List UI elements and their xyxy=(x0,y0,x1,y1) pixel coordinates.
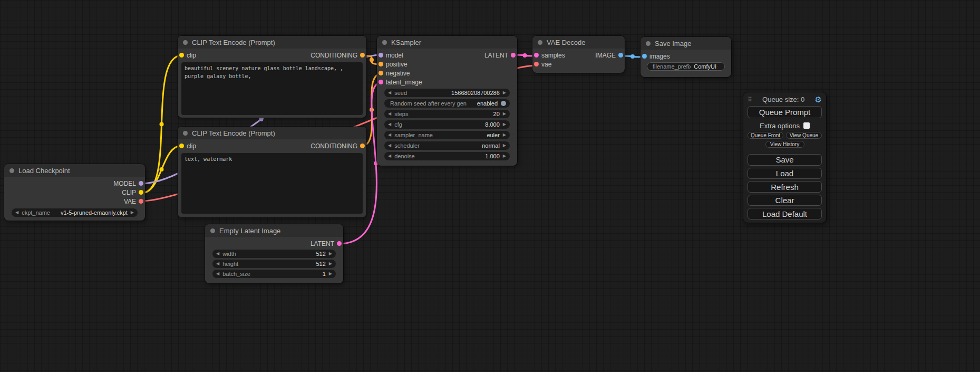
widget-value: 512 xyxy=(316,251,325,257)
clip-input-port[interactable] xyxy=(179,53,184,58)
clip-input-label: clip xyxy=(187,52,196,59)
prev-value-arrow-icon[interactable]: ◀ xyxy=(388,144,391,148)
latent-image-input-port[interactable] xyxy=(379,80,383,84)
save-button[interactable]: Save xyxy=(748,154,822,166)
image-output-port[interactable] xyxy=(618,53,623,58)
next-value-arrow-icon[interactable]: ▶ xyxy=(131,211,134,215)
next-value-arrow-icon[interactable]: ▶ xyxy=(503,133,506,137)
filename-prefix-widget[interactable]: filename_prefix ComfyUI xyxy=(647,62,725,71)
load-button[interactable]: Load xyxy=(748,168,822,179)
positive-prompt-textarea[interactable]: beautiful scenery nature glass bottle la… xyxy=(181,62,363,115)
clip-input-port[interactable] xyxy=(179,144,184,148)
clip-input-label: clip xyxy=(187,142,196,150)
latent-output-label: LATENT xyxy=(484,52,508,59)
denoise-widget[interactable]: ◀ denoise 1.000 ▶ xyxy=(384,152,510,160)
clip-output-port[interactable] xyxy=(139,190,143,195)
node-save-image[interactable]: Save Image images filename_prefix ComfyU… xyxy=(641,37,731,77)
scheduler-widget[interactable]: ◀ scheduler normal ▶ xyxy=(384,141,510,150)
drag-handle-icon[interactable]: ⠿ xyxy=(748,96,752,103)
clear-button[interactable]: Clear xyxy=(748,195,822,206)
view-queue-button[interactable]: View Queue xyxy=(786,132,822,139)
settings-gear-icon[interactable]: ⚙ xyxy=(815,96,822,103)
vae-input-port[interactable] xyxy=(534,62,539,66)
random-seed-toggle-widget[interactable]: Random seed after every gen enabled xyxy=(384,99,510,108)
latent-output-port[interactable] xyxy=(337,241,342,246)
collapse-dot-icon[interactable] xyxy=(9,168,14,173)
increase-arrow-icon[interactable]: ▶ xyxy=(503,91,506,95)
toggle-indicator-icon[interactable] xyxy=(501,101,506,106)
sampler-name-widget[interactable]: ◀ sampler_name euler ▶ xyxy=(384,131,510,139)
link-midpoint-dot xyxy=(630,54,635,59)
decrease-arrow-icon[interactable]: ◀ xyxy=(388,91,391,95)
link-midpoint-dot xyxy=(370,58,374,62)
vae-output-port[interactable] xyxy=(139,199,143,204)
widget-label: denoise xyxy=(394,153,482,159)
node-ksampler[interactable]: KSampler model LATENT positive negative … xyxy=(377,36,517,166)
model-output-label: MODEL xyxy=(113,180,136,187)
seed-widget[interactable]: ◀ seed 156680208700286 ▶ xyxy=(384,89,510,97)
increase-arrow-icon[interactable]: ▶ xyxy=(329,252,332,256)
refresh-button[interactable]: Refresh xyxy=(748,181,822,193)
negative-input-port[interactable] xyxy=(379,71,383,75)
samples-input-port[interactable] xyxy=(534,53,539,58)
image-output-label: IMAGE xyxy=(595,52,616,59)
decrease-arrow-icon[interactable]: ◀ xyxy=(388,112,391,116)
collapse-dot-icon[interactable] xyxy=(210,228,215,233)
node-title-bar[interactable]: Load Checkpoint xyxy=(4,164,145,177)
node-clip-text-encode-negative[interactable]: CLIP Text Encode (Prompt) clip CONDITION… xyxy=(178,127,366,217)
ckpt-name-widget[interactable]: ◀ ckpt_name v1-5-pruned-emaonly.ckpt ▶ xyxy=(12,208,138,217)
node-load-checkpoint[interactable]: Load Checkpoint MODEL CLIP VAE ◀ ckpt_na… xyxy=(4,164,145,221)
cfg-widget[interactable]: ◀ cfg 8.000 ▶ xyxy=(384,120,510,129)
queue-front-button[interactable]: Queue Front xyxy=(748,132,783,139)
extra-options-checkbox[interactable] xyxy=(803,122,810,129)
negative-prompt-textarea[interactable]: text, watermark xyxy=(181,153,363,214)
widget-label: seed xyxy=(394,90,448,96)
prev-value-arrow-icon[interactable]: ◀ xyxy=(15,211,18,215)
node-clip-text-encode-positive[interactable]: CLIP Text Encode (Prompt) clip CONDITION… xyxy=(178,36,366,118)
link-midpoint-dot xyxy=(259,117,264,121)
increase-arrow-icon[interactable]: ▶ xyxy=(329,272,332,276)
comfyui-canvas[interactable]: { "colors": { "model": "#B39DDB", "clip"… xyxy=(0,0,980,372)
node-title-bar[interactable]: Save Image xyxy=(641,37,731,50)
increase-arrow-icon[interactable]: ▶ xyxy=(503,122,506,127)
widget-value: euler xyxy=(487,132,499,138)
decrease-arrow-icon[interactable]: ◀ xyxy=(388,122,391,127)
decrease-arrow-icon[interactable]: ◀ xyxy=(216,272,219,276)
node-title: Empty Latent Image xyxy=(219,227,280,235)
images-input-port[interactable] xyxy=(642,54,647,59)
collapse-dot-icon[interactable] xyxy=(183,40,188,45)
node-empty-latent-image[interactable]: Empty Latent Image LATENT ◀ width 512 ▶ … xyxy=(205,224,343,283)
positive-input-label: positive xyxy=(386,61,407,68)
increase-arrow-icon[interactable]: ▶ xyxy=(503,112,506,116)
latent-output-port[interactable] xyxy=(511,53,516,58)
positive-input-port[interactable] xyxy=(379,62,383,66)
node-title-bar[interactable]: KSampler xyxy=(377,36,517,49)
decrease-arrow-icon[interactable]: ◀ xyxy=(216,252,219,256)
batch-size-widget[interactable]: ◀ batch_size 1 ▶ xyxy=(212,270,336,278)
conditioning-output-port[interactable] xyxy=(360,144,365,148)
node-title-bar[interactable]: Empty Latent Image xyxy=(205,224,343,237)
increase-arrow-icon[interactable]: ▶ xyxy=(503,154,506,158)
node-vae-decode[interactable]: VAE Decode samples IMAGE vae xyxy=(532,36,625,73)
node-title-bar[interactable]: CLIP Text Encode (Prompt) xyxy=(178,127,366,139)
decrease-arrow-icon[interactable]: ◀ xyxy=(216,262,219,266)
queue-prompt-button[interactable]: Queue Prompt xyxy=(748,106,822,119)
load-default-button[interactable]: Load Default xyxy=(748,208,822,220)
collapse-dot-icon[interactable] xyxy=(538,40,542,45)
collapse-dot-icon[interactable] xyxy=(183,131,188,136)
collapse-dot-icon[interactable] xyxy=(646,41,651,46)
increase-arrow-icon[interactable]: ▶ xyxy=(329,262,332,266)
next-value-arrow-icon[interactable]: ▶ xyxy=(503,144,506,148)
collapse-dot-icon[interactable] xyxy=(382,40,387,45)
model-input-port[interactable] xyxy=(379,53,383,58)
decrease-arrow-icon[interactable]: ◀ xyxy=(388,154,391,158)
node-title-bar[interactable]: VAE Decode xyxy=(532,36,625,49)
width-widget[interactable]: ◀ width 512 ▶ xyxy=(212,250,336,258)
view-history-button[interactable]: View History xyxy=(765,141,804,148)
node-title-bar[interactable]: CLIP Text Encode (Prompt) xyxy=(178,36,366,49)
steps-widget[interactable]: ◀ steps 20 ▶ xyxy=(384,110,510,118)
model-output-port[interactable] xyxy=(139,181,143,186)
height-widget[interactable]: ◀ height 512 ▶ xyxy=(212,260,336,268)
prev-value-arrow-icon[interactable]: ◀ xyxy=(388,133,391,137)
conditioning-output-port[interactable] xyxy=(360,53,365,58)
